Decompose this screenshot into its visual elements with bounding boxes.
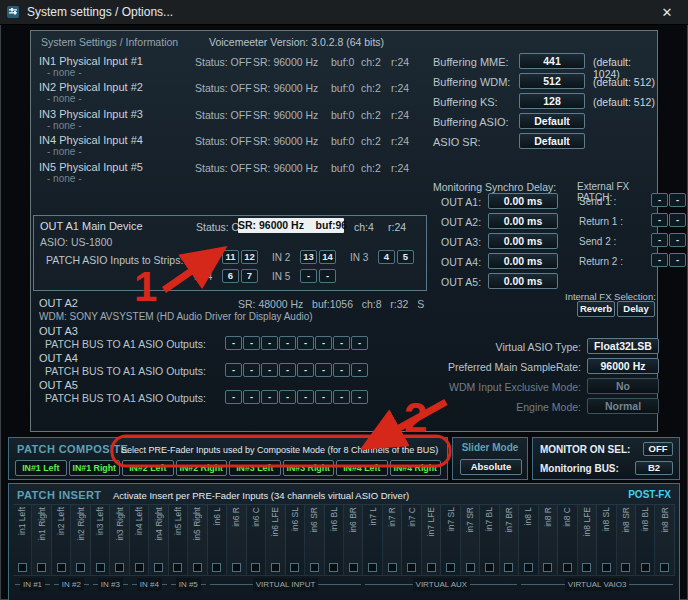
virtual-asio-type-button[interactable]: Float32LSB: [587, 338, 659, 354]
patch-bus-slot[interactable]: -: [261, 336, 278, 350]
insert-checkbox[interactable]: [427, 563, 436, 572]
patch-channel-button[interactable]: 14: [319, 250, 336, 264]
delay-value-button[interactable]: 0.00 ms: [488, 213, 558, 229]
patch-channel-button[interactable]: 11: [222, 250, 239, 264]
patch-bus-slot[interactable]: -: [243, 390, 260, 404]
composite-input-button[interactable]: IN#1 Left: [15, 460, 67, 476]
patch-bus-slot[interactable]: -: [315, 363, 332, 377]
input-device[interactable]: - none -: [47, 93, 81, 104]
input-device[interactable]: - none -: [47, 120, 81, 131]
insert-checkbox[interactable]: [602, 563, 611, 572]
input-device[interactable]: - none -: [47, 67, 81, 78]
out-a1-driver[interactable]: ASIO: US-1800: [40, 236, 112, 248]
delay-value-button[interactable]: 0.00 ms: [488, 193, 558, 209]
insert-checkbox[interactable]: [524, 563, 533, 572]
input-label[interactable]: IN5 Physical Input #5: [39, 161, 143, 173]
patch-bus-slot[interactable]: -: [315, 336, 332, 350]
reverb-button[interactable]: Reverb: [577, 301, 615, 317]
input-device[interactable]: - none -: [47, 173, 81, 184]
monitor-on-sel-button[interactable]: OFF: [643, 442, 673, 456]
insert-checkbox[interactable]: [154, 563, 163, 572]
external-fx-slot[interactable]: -: [669, 253, 686, 267]
patch-bus-slot[interactable]: -: [225, 363, 242, 377]
insert-checkbox[interactable]: [115, 563, 124, 572]
patch-bus-slot[interactable]: -: [225, 336, 242, 350]
insert-checkbox[interactable]: [582, 563, 591, 572]
buffering-value-button[interactable]: 441: [519, 53, 585, 69]
insert-checkbox[interactable]: [407, 563, 416, 572]
patch-bus-slot[interactable]: -: [351, 336, 368, 350]
buffering-value-button[interactable]: 128: [519, 93, 585, 109]
external-fx-slot[interactable]: -: [651, 193, 668, 207]
external-fx-slot[interactable]: -: [651, 233, 668, 247]
patch-bus-slot[interactable]: -: [351, 390, 368, 404]
out-a4-label[interactable]: OUT A4: [39, 352, 78, 364]
patch-channel-button[interactable]: 5: [397, 250, 414, 264]
insert-checkbox[interactable]: [290, 563, 299, 572]
insert-checkbox[interactable]: [18, 563, 27, 572]
insert-checkbox[interactable]: [329, 563, 338, 572]
delay-button[interactable]: Delay: [617, 301, 655, 317]
patch-bus-slot[interactable]: -: [243, 363, 260, 377]
insert-checkbox[interactable]: [621, 563, 630, 572]
out-a5-label[interactable]: OUT A5: [39, 379, 78, 391]
external-fx-slot[interactable]: -: [651, 253, 668, 267]
insert-checkbox[interactable]: [135, 563, 144, 572]
delay-value-button[interactable]: 0.00 ms: [488, 273, 558, 289]
insert-checkbox[interactable]: [466, 563, 475, 572]
external-fx-slot[interactable]: -: [669, 233, 686, 247]
insert-checkbox[interactable]: [388, 563, 397, 572]
input-device[interactable]: - none -: [47, 146, 81, 157]
patch-bus-slot[interactable]: -: [297, 363, 314, 377]
out-a2-wdm-device[interactable]: WDM: SONY AVSYSTEM (HD Audio Driver for …: [39, 311, 313, 322]
patch-bus-slot[interactable]: -: [333, 363, 350, 377]
patch-bus-slot[interactable]: -: [279, 363, 296, 377]
patch-channel-button[interactable]: 6: [222, 269, 239, 283]
engine-mode-button[interactable]: Normal: [587, 398, 659, 414]
insert-checkbox[interactable]: [37, 563, 46, 572]
insert-checkbox[interactable]: [660, 563, 669, 572]
insert-checkbox[interactable]: [76, 563, 85, 572]
out-a2-label[interactable]: OUT A2: [39, 297, 78, 309]
patch-channel-button[interactable]: 4: [378, 250, 395, 264]
patch-channel-button[interactable]: -: [300, 269, 317, 283]
insert-checkbox[interactable]: [504, 563, 513, 572]
insert-checkbox[interactable]: [193, 563, 202, 572]
insert-checkbox[interactable]: [641, 563, 650, 572]
insert-checkbox[interactable]: [485, 563, 494, 572]
patch-bus-slot[interactable]: -: [297, 390, 314, 404]
buffering-value-button[interactable]: 512: [519, 73, 585, 89]
input-label[interactable]: IN3 Physical Input #3: [39, 108, 143, 120]
insert-checkbox[interactable]: [446, 563, 455, 572]
insert-checkbox[interactable]: [251, 563, 260, 572]
insert-checkbox[interactable]: [212, 563, 221, 572]
patch-channel-button[interactable]: 7: [241, 269, 258, 283]
input-label[interactable]: IN2 Physical Input #2: [39, 81, 143, 93]
close-icon[interactable]: ✕: [652, 5, 682, 20]
patch-bus-slot[interactable]: -: [333, 336, 350, 350]
composite-input-button[interactable]: IN#1 Right: [69, 460, 121, 476]
patch-bus-slot[interactable]: -: [297, 336, 314, 350]
patch-channel-button[interactable]: -: [319, 269, 336, 283]
patch-channel-button[interactable]: 12: [241, 250, 258, 264]
buffering-value-button[interactable]: Default: [519, 113, 585, 129]
delay-value-button[interactable]: 0.00 ms: [488, 253, 558, 269]
input-label[interactable]: IN4 Physical Input #4: [39, 134, 143, 146]
insert-checkbox[interactable]: [349, 563, 358, 572]
insert-checkbox[interactable]: [563, 563, 572, 572]
wdm-exclusive-button[interactable]: No: [587, 378, 659, 394]
delay-value-button[interactable]: 0.00 ms: [488, 233, 558, 249]
out-a1-label[interactable]: OUT A1 Main Device: [40, 220, 143, 232]
external-fx-slot[interactable]: -: [651, 213, 668, 227]
preferred-samplerate-button[interactable]: 96000 Hz: [587, 358, 659, 374]
insert-checkbox[interactable]: [271, 563, 280, 572]
composite-input-button[interactable]: IN#2 Left: [122, 460, 174, 476]
patch-bus-slot[interactable]: -: [351, 363, 368, 377]
insert-checkbox[interactable]: [96, 563, 105, 572]
insert-checkbox[interactable]: [368, 563, 377, 572]
patch-bus-slot[interactable]: -: [279, 390, 296, 404]
patch-bus-slot[interactable]: -: [261, 390, 278, 404]
patch-bus-slot[interactable]: -: [225, 390, 242, 404]
insert-checkbox[interactable]: [173, 563, 182, 572]
buffering-value-button[interactable]: Default: [519, 133, 585, 149]
